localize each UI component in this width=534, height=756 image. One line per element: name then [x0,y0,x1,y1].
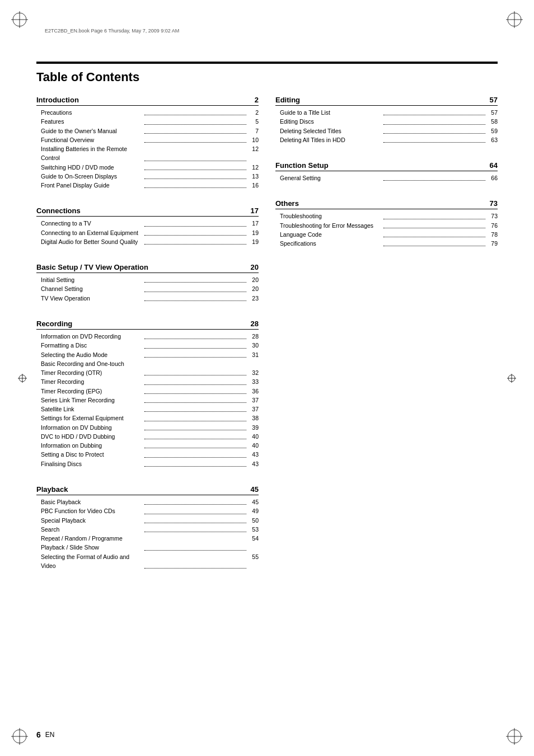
toc-dots [144,385,247,394]
section-heading: Function Setup64 [275,161,498,171]
toc-entry-page: 37 [247,405,259,414]
toc-entry-text: Installing Batteries in the Remote Contr… [41,144,143,163]
toc-entry-text: Guide to the Owner's Manual [41,126,143,135]
section-heading-text: Basic Setup / TV View Operation [36,263,148,271]
toc-dots [144,217,247,226]
toc-entry-text: Editing Discs [280,117,382,126]
toc-entry: Specifications79 [275,239,498,248]
toc-dots [383,106,486,115]
section-heading: Connections17 [36,206,259,217]
toc-entry-page: 39 [247,423,259,432]
toc-entry-page: 63 [486,135,498,144]
toc-entry-page: 28 [247,332,259,341]
corner-mark-tr [506,11,523,28]
toc-entry: Selecting the Audio Mode31 [36,350,259,359]
toc-entry-page: 10 [247,135,259,144]
toc-entry-text: Selecting the Format of Audio and Video [41,552,143,571]
toc-entry-page: 57 [486,108,498,117]
toc-entry: Deleting All Titles in HDD63 [275,135,498,144]
toc-entry-page: 59 [486,126,498,135]
toc-entry: Front Panel Display Guide16 [36,181,259,190]
right-column: Editing57Guide to a Title List57Editing … [275,96,498,570]
toc-entry-page: 53 [247,525,259,534]
toc-dots [144,115,247,124]
toc-entry-page: 66 [486,173,498,182]
toc-dots [144,448,247,457]
toc-entry-text: Initial Setting [41,275,143,284]
toc-entry-text: Guide to a Title List [280,108,382,117]
bottom-bar: 6 EN [36,730,498,739]
section-heading-page: 73 [490,199,498,208]
toc-entry-text: Language Code [280,230,382,239]
toc-dots [144,283,247,292]
toc-columns: Introduction2Precautions2Features5Guide … [36,96,498,570]
toc-dots [144,412,247,421]
toc-entry-text: Information on DVD Recording [41,332,143,341]
content-area: Table of Contents Introduction2Precautio… [36,70,498,711]
toc-entry-text: Front Panel Display Guide [41,181,143,190]
toc-entry-text: Timer Recording (OTR) [41,368,143,377]
section-heading-text: Connections [36,206,81,215]
toc-dots [383,125,486,134]
toc-dots [144,551,247,569]
toc-entry-text: Selecting the Audio Mode [41,350,143,359]
section-heading-page: 57 [490,96,498,104]
page: E2TC2BD_EN.book Page 6 Thursday, May 7, … [0,0,534,756]
toc-entry-page: 5 [247,117,259,126]
toc-dots [144,496,247,505]
toc-entry-page: 31 [247,350,259,359]
toc-dots [144,532,247,551]
toc-entry: Selecting the Format of Audio and Video5… [36,552,259,571]
toc-entry-page: 23 [247,294,259,303]
toc-dots [383,134,486,143]
toc-entry-page: 20 [247,284,259,293]
toc-entry-page: 76 [486,221,498,230]
section-heading: Playback45 [36,485,259,495]
toc-dots [144,430,247,439]
section-heading: Others73 [275,199,498,209]
toc-entry-text: Special Playback [41,516,143,525]
toc-dots [144,339,247,348]
toc-dots [144,367,247,375]
toc-entry-text: Features [41,117,143,126]
toc-dots [383,228,486,237]
toc-entry-page: 37 [247,396,259,405]
section-heading: Recording28 [36,320,259,330]
file-info: E2TC2BD_EN.book Page 6 Thursday, May 7, … [45,28,179,34]
toc-entry-text: DVC to HDD / DVD Dubbing [41,432,143,441]
toc-dots [144,179,247,188]
section-heading: Basic Setup / TV View Operation20 [36,263,259,273]
toc-dots [383,237,486,246]
toc-dots [144,505,247,514]
toc-entry-text: Information on DV Dubbing [41,423,143,432]
section-heading-text: Recording [36,320,72,328]
section-heading-page: 64 [490,161,498,170]
toc-entry-text: Switching HDD / DVD mode [41,163,143,172]
section-heading-page: 2 [255,96,259,104]
toc-entry-page: 13 [247,172,259,181]
section-heading-text: Editing [275,96,300,104]
toc-entry-text: Satellite Link [41,405,143,414]
toc-entry-text: Search [41,525,143,534]
corner-mark-bl [11,728,28,745]
toc-entry-text: Digital Audio for Better Sound Quality [41,237,143,246]
toc-entry-text: Timer Recording (EPG) [41,387,143,396]
toc-dots [383,115,486,124]
toc-entry-page: 36 [247,387,259,396]
toc-entry-page: 16 [247,181,259,190]
toc-entry-text: Functional Overview [41,135,143,144]
toc-entry-page: 40 [247,432,259,441]
page-number: 6 [36,730,41,739]
toc-entry: Digital Audio for Better Sound Quality19 [36,237,259,246]
toc-entry-page: 12 [247,144,259,163]
toc-entry-text: Series Link Timer Recording [41,396,143,405]
toc-entry-text: Timer Recording [41,377,143,386]
section-heading-page: 45 [251,485,259,494]
toc-entry-text: Guide to On-Screen Displays [41,172,143,181]
toc-entry-text: Troubleshooting [280,212,382,220]
toc-dots [144,394,247,403]
toc-dots [144,458,247,467]
toc-entry-text: Deleting All Titles in HDD [280,135,382,144]
toc-dots [144,330,247,339]
toc-entry: Installing Batteries in the Remote Contr… [36,144,259,163]
